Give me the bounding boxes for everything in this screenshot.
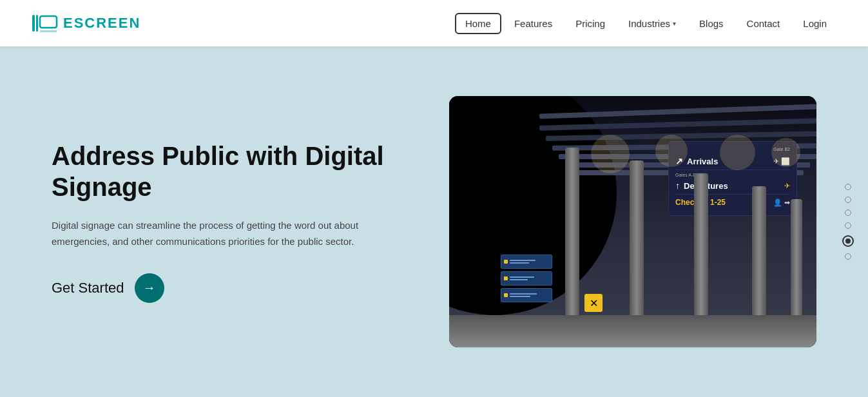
nav-home[interactable]: Home <box>455 13 501 34</box>
get-started-label: Get Started <box>52 280 124 296</box>
dot-nav-6[interactable] <box>845 253 851 260</box>
hero-title: Address Public with Digital Signage <box>52 140 398 202</box>
column-5 <box>791 199 802 315</box>
dot-nav-3[interactable] <box>845 209 851 216</box>
nav-links: Home Features Pricing Industries ▾ Blogs… <box>455 13 837 34</box>
nav-pricing[interactable]: Pricing <box>565 13 615 34</box>
warning-sign: ✕ <box>584 294 603 312</box>
arrivals-row: ↗ Arrivals ✈ ⬜ <box>675 153 790 170</box>
column-3 <box>694 173 708 315</box>
industries-chevron-icon: ▾ <box>673 20 676 27</box>
hero-section: Address Public with Digital Signage Digi… <box>0 46 868 397</box>
nav-contact[interactable]: Contact <box>737 13 791 34</box>
get-started-button[interactable]: → <box>135 273 164 303</box>
svg-rect-0 <box>32 15 35 32</box>
dot-nav-4[interactable] <box>845 222 851 229</box>
scene-floor <box>449 315 816 347</box>
svg-rect-3 <box>40 30 57 32</box>
dot-navigation <box>842 184 854 260</box>
arrow-right-icon: → <box>143 280 156 295</box>
logo[interactable]: ESCREEN <box>31 12 140 34</box>
hero-description: Digital signage can streamline the proce… <box>52 218 374 250</box>
navbar: ESCREEN Home Features Pricing Industries… <box>0 0 868 46</box>
svg-rect-2 <box>40 16 57 28</box>
gates-ad-label: Gates A-D <box>675 173 696 177</box>
column-4 <box>752 186 766 315</box>
dot-nav-5[interactable] <box>842 235 854 247</box>
info-screen-3 <box>501 288 552 302</box>
nav-features[interactable]: Features <box>504 13 563 34</box>
checkin-row: Check-in 1-25 👤 ➡ <box>675 195 790 210</box>
hero-content: Address Public with Digital Signage Digi… <box>52 140 398 303</box>
departures-row: ↑ Departures ✈ <box>675 177 790 195</box>
dot-nav-2[interactable] <box>845 197 851 203</box>
svg-rect-1 <box>36 15 38 32</box>
airport-sign-board: Gate B2 ↗ Arrivals ✈ ⬜ Gates A-D ↑ Depar… <box>668 141 797 216</box>
nav-login[interactable]: Login <box>793 13 837 34</box>
column-1 <box>565 148 579 315</box>
get-started-area: Get Started → <box>52 273 398 303</box>
dot-nav-1[interactable] <box>845 184 851 190</box>
gate-b2-label: Gate B2 <box>773 147 790 151</box>
nav-industries[interactable]: Industries ▾ <box>618 13 686 34</box>
logo-icon <box>31 12 58 34</box>
column-2 <box>630 160 644 315</box>
info-screen-2 <box>501 271 552 286</box>
info-screens-group <box>501 255 552 302</box>
airport-scene: Gate B2 ↗ Arrivals ✈ ⬜ Gates A-D ↑ Depar… <box>449 96 816 347</box>
nav-blogs[interactable]: Blogs <box>689 13 734 34</box>
brand-name: ESCREEN <box>63 15 140 32</box>
hero-image: Gate B2 ↗ Arrivals ✈ ⬜ Gates A-D ↑ Depar… <box>449 96 816 347</box>
info-screen-1 <box>501 255 552 269</box>
